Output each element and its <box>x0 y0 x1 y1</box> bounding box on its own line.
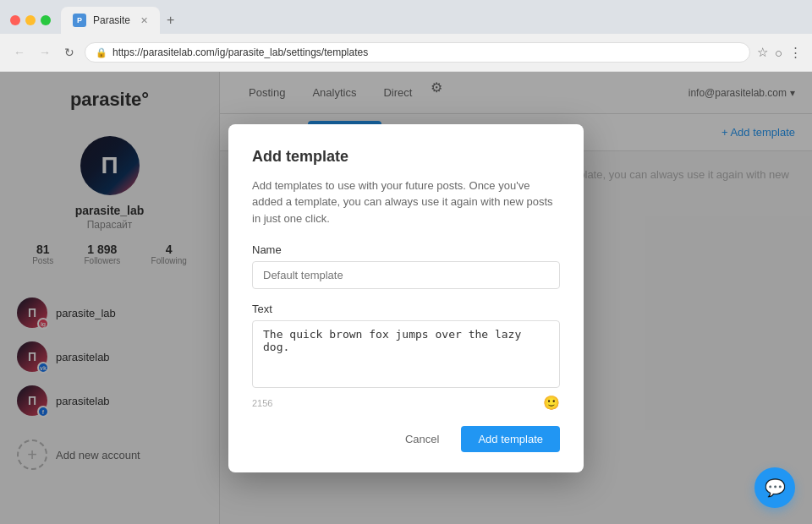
back-button[interactable]: ← <box>10 42 29 63</box>
modal-text-input[interactable] <box>252 320 560 388</box>
close-traffic-light[interactable] <box>10 15 20 25</box>
browser-chrome: P Parasite ✕ + ← → ↻ 🔒 https://parasitel… <box>0 0 812 72</box>
modal-dialog: Add template Add templates to use with y… <box>228 124 584 473</box>
menu-icon[interactable]: ⋮ <box>789 45 802 60</box>
chat-icon: 💬 <box>765 478 786 498</box>
modal-overlay[interactable]: Add template Add templates to use with y… <box>0 72 812 524</box>
tab-close-icon[interactable]: ✕ <box>140 15 148 26</box>
browser-tab[interactable]: P Parasite ✕ <box>61 7 160 34</box>
modal-text-field: Text 2156 🙂 <box>252 303 560 411</box>
new-tab-icon[interactable]: + <box>167 13 174 28</box>
modal-description: Add templates to use with your future po… <box>252 177 560 227</box>
bookmark-icon[interactable]: ☆ <box>757 45 768 60</box>
modal-title: Add template <box>252 148 560 166</box>
modal-name-label: Name <box>252 243 560 256</box>
traffic-lights <box>10 15 51 25</box>
modal-name-field: Name <box>252 243 560 289</box>
modal-text-label: Text <box>252 303 560 315</box>
tab-favicon: P <box>73 14 86 27</box>
minimize-traffic-light[interactable] <box>25 15 36 25</box>
modal-name-input[interactable] <box>252 261 560 289</box>
forward-button[interactable]: → <box>36 42 54 63</box>
page-background: parasite° П parasite_lab Парасайт 81 Pos… <box>0 72 812 524</box>
modal-actions: Cancel Add template <box>252 426 560 452</box>
emoji-icon[interactable]: 🙂 <box>543 395 560 411</box>
chat-bubble-button[interactable]: 💬 <box>754 467 795 508</box>
tab-bar: P Parasite ✕ + <box>0 0 812 34</box>
char-count: 2156 <box>252 398 272 408</box>
cancel-button[interactable]: Cancel <box>392 426 453 452</box>
lock-icon: 🔒 <box>96 47 107 58</box>
maximize-traffic-light[interactable] <box>41 15 51 25</box>
add-template-submit-button[interactable]: Add template <box>461 426 560 452</box>
tab-label: Parasite <box>93 14 130 26</box>
account-icon[interactable]: ○ <box>775 46 782 60</box>
url-bar[interactable]: 🔒 https://parasitelab.com/ig/parasite_la… <box>85 42 750 63</box>
textarea-footer: 2156 🙂 <box>252 395 560 411</box>
address-bar: ← → ↻ 🔒 https://parasitelab.com/ig/paras… <box>0 34 812 71</box>
url-text: https://parasitelab.com/ig/parasite_lab/… <box>112 46 368 58</box>
reload-button[interactable]: ↻ <box>61 42 78 63</box>
